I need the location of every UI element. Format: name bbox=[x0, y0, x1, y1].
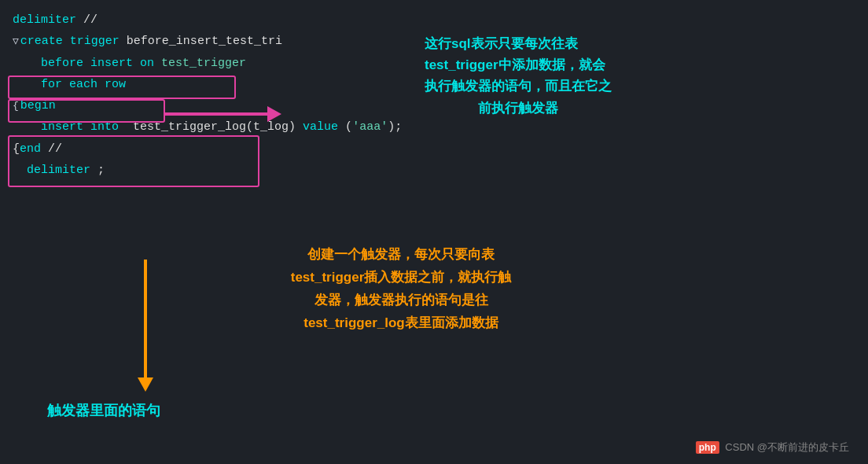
annotation-bc-line1: 创建一个触发器，每次只要向表 bbox=[259, 244, 542, 267]
annotation-bc-line3: 发器，触发器执行的语句是往 bbox=[259, 289, 542, 312]
code-line-1: delimiter // bbox=[0, 9, 868, 31]
keyword-delimiter-2: delimiter bbox=[27, 161, 90, 179]
string-value: 'aaa' bbox=[352, 118, 388, 136]
keyword-create: create trigger bbox=[20, 32, 120, 50]
annotation-bottom-left: 触发器里面的语句 bbox=[47, 401, 160, 420]
csdn-watermark: php CSDN @不断前进的皮卡丘 bbox=[696, 440, 849, 455]
keyword-value: value bbox=[303, 118, 338, 136]
orange-arrow-head bbox=[138, 377, 153, 392]
keyword-for-each: for each row bbox=[41, 75, 126, 94]
fold-marker-2: { bbox=[13, 98, 19, 114]
keyword-delimiter: delimiter bbox=[13, 11, 76, 29]
keyword-insert: insert into bbox=[41, 118, 119, 136]
pink-arrow-head bbox=[267, 106, 281, 122]
keyword-before-insert: before insert on bbox=[41, 54, 154, 72]
annotation-tr-line4: 前执行触发器 bbox=[425, 98, 612, 119]
annotation-tr-line3: 执行触发器的语句，而且在它之 bbox=[425, 75, 612, 97]
csdn-text: CSDN @不断前进的皮卡丘 bbox=[725, 441, 849, 453]
code-line-7: { end // bbox=[0, 138, 868, 160]
php-badge: php bbox=[696, 441, 719, 454]
orange-arrow bbox=[138, 260, 153, 392]
fold-marker: ▽ bbox=[13, 34, 19, 50]
annotation-tr-line1: 这行sql表示只要每次往表 bbox=[425, 33, 612, 54]
annotation-bc-line4: test_trigger_log表里面添加数据 bbox=[259, 312, 542, 335]
annotation-top-right: 这行sql表示只要每次往表 test_trigger中添加数据，就会 执行触发器… bbox=[425, 33, 612, 119]
annotation-tr-line2: test_trigger中添加数据，就会 bbox=[425, 54, 612, 75]
annotation-bottom-center: 创建一个触发器，每次只要向表 test_trigger插入数据之前，就执行触 发… bbox=[259, 244, 542, 335]
pink-arrow bbox=[165, 106, 281, 122]
annotation-bc-line2: test_trigger插入数据之前，就执行触 bbox=[259, 267, 542, 289]
keyword-begin: begin bbox=[20, 97, 56, 115]
pink-arrow-line bbox=[165, 112, 267, 116]
code-line-6: insert into test_trigger_log(t_log) valu… bbox=[0, 116, 868, 138]
code-line-8: delimiter ; bbox=[0, 160, 868, 181]
orange-arrow-line bbox=[144, 260, 147, 377]
keyword-end: end bbox=[20, 140, 41, 158]
